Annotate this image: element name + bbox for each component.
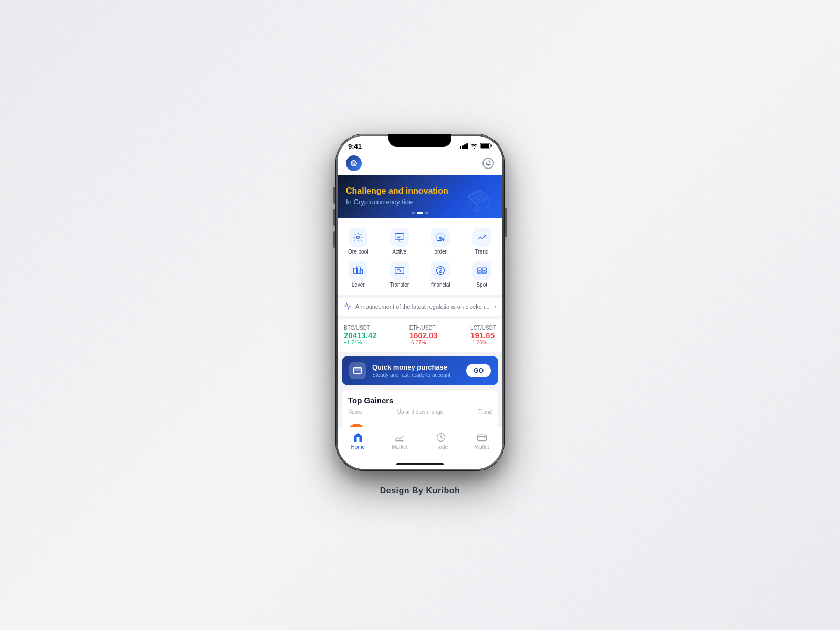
footer-attribution: Design By Kuriboh (380, 486, 460, 496)
eth-price: 1602.03 (410, 331, 438, 340)
menu-item-ore-pool[interactable]: Ore pool (338, 225, 379, 258)
top-gainers-section: Top Gainers Name Up and down range Trend… (342, 390, 498, 427)
menu-item-order[interactable]: order (420, 225, 461, 258)
promo-banner[interactable]: Challenge and innovation In Cryptocurren… (338, 175, 502, 218)
active-icon (390, 228, 409, 247)
svg-rect-29 (477, 435, 486, 441)
active-label: Active (392, 249, 406, 255)
ticker-btc[interactable]: BTC/USDT 20413.42 +1.74% (344, 325, 377, 345)
home-nav-label: Home (351, 444, 365, 450)
status-time: 9:41 (348, 142, 362, 150)
trade-nav-label: Trade (434, 444, 448, 450)
financial-icon (431, 261, 450, 280)
app-logo[interactable] (346, 155, 362, 171)
col-name: Name (348, 409, 362, 415)
price-ticker: BTC/USDT 20413.42 +1.74% ETH/USDT 1602.0… (338, 319, 502, 352)
order-icon (431, 228, 450, 247)
svg-rect-24 (482, 271, 487, 272)
btc-change: +1.74% (344, 340, 362, 345)
ore-pool-icon (349, 228, 368, 247)
nav-wallet[interactable]: Wallet (466, 430, 497, 451)
home-indicator (396, 463, 444, 465)
signal-icon (460, 143, 468, 149)
menu-item-spot[interactable]: Spot (461, 258, 503, 291)
btc-pair: BTC/USDT (344, 325, 370, 331)
btc-row[interactable]: ₿ BTC Bitcoin 20413.42 +1.74% (348, 418, 492, 427)
lct-change: -1.26% (470, 340, 487, 345)
banner-pagination (412, 212, 428, 214)
spot-icon (472, 261, 491, 280)
ticker-eth[interactable]: ETH/USDT 1602.03 -6.27% (410, 325, 438, 345)
order-label: order (435, 249, 447, 255)
wallet-nav-label: Wallet (475, 444, 489, 450)
quick-purchase-icon (349, 362, 366, 379)
notification-bell-icon[interactable] (482, 158, 494, 169)
svg-rect-25 (354, 368, 362, 374)
banner-dot-1 (412, 212, 415, 214)
trend-label: Trend (475, 249, 489, 255)
financial-label: financial (431, 282, 450, 288)
top-gainers-title: Top Gainers (348, 396, 492, 405)
notch (388, 134, 452, 147)
announcement-bar[interactable]: Announcement of the latest regulations o… (338, 298, 502, 316)
ore-pool-label: Ore pool (348, 249, 368, 255)
menu-item-active[interactable]: Active (379, 225, 421, 258)
col-range: Up and down range (397, 409, 443, 415)
phone-frame: 9:41 (336, 134, 504, 470)
svg-rect-22 (482, 268, 487, 270)
svg-rect-1 (481, 144, 489, 148)
app-header (338, 153, 502, 175)
lever-icon (349, 261, 368, 280)
lct-price: 191.65 (470, 331, 495, 340)
svg-rect-23 (477, 271, 481, 272)
announcement-chevron-icon: › (494, 303, 496, 310)
svg-rect-2 (491, 145, 492, 147)
menu-item-trend[interactable]: Trend (461, 225, 503, 258)
transfer-label: Transfer (390, 282, 409, 288)
app-screen: 9:41 (338, 136, 502, 469)
wallet-icon (476, 432, 488, 443)
nav-market[interactable]: Market (383, 430, 416, 451)
home-icon (352, 432, 364, 443)
main-scroll[interactable]: Challenge and innovation In Cryptocurren… (338, 175, 502, 427)
menu-item-transfer[interactable]: Transfer (379, 258, 421, 291)
eth-change: -6.27% (410, 340, 426, 345)
phone-mockup: 9:41 (336, 134, 504, 470)
svg-rect-12 (395, 233, 404, 239)
transfer-icon (390, 261, 409, 280)
banner-dot-3 (425, 212, 428, 214)
quick-purchase-text: Quick money purchase Steady and fast, re… (372, 363, 460, 378)
banner-cube-icon (455, 180, 497, 216)
lct-pair: LCT/USDT (470, 325, 496, 331)
svg-point-11 (357, 236, 360, 238)
spot-label: Spot (476, 282, 487, 288)
status-icons (460, 143, 492, 150)
table-header: Name Up and down range Trend (348, 409, 492, 418)
wifi-icon (470, 143, 478, 150)
phone-screen: 9:41 (338, 136, 502, 469)
nav-home[interactable]: Home (342, 430, 373, 451)
bottom-nav: Home Market (338, 427, 502, 459)
quick-purchase-subtitle: Steady and fast, ready to account (372, 372, 460, 378)
trade-icon (435, 432, 447, 443)
menu-grid: Ore pool Active (338, 218, 502, 295)
go-button[interactable]: GO (466, 364, 491, 377)
quick-purchase-title: Quick money purchase (372, 363, 460, 371)
nav-trade[interactable]: Trade (426, 430, 456, 451)
trend-icon (472, 228, 491, 247)
col-trend: Trend (478, 409, 492, 415)
btc-price: 20413.42 (344, 331, 377, 340)
menu-item-lever[interactable]: Lever (338, 258, 379, 291)
quick-purchase-card[interactable]: Quick money purchase Steady and fast, re… (342, 356, 498, 385)
svg-rect-15 (478, 240, 486, 240)
battery-icon (480, 143, 492, 150)
ticker-lct[interactable]: LCT/USDT 191.65 -1.26% (470, 325, 496, 345)
banner-dot-2 (417, 212, 423, 214)
announcement-icon (344, 302, 351, 311)
svg-rect-19 (395, 267, 404, 274)
market-nav-label: Market (392, 444, 408, 450)
lever-label: Lever (352, 282, 365, 288)
eth-pair: ETH/USDT (410, 325, 436, 331)
menu-item-financial[interactable]: financial (420, 258, 461, 291)
svg-rect-21 (477, 268, 481, 270)
